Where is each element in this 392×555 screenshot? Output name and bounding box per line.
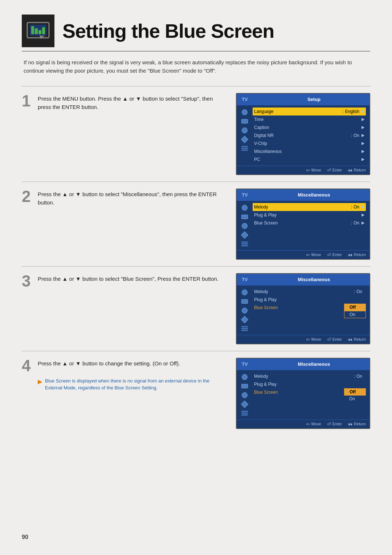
tv-label: TV xyxy=(237,189,258,201)
tv-sidebar-icon-0 xyxy=(240,373,249,381)
tv-footer-item-0: ⇦Move xyxy=(306,252,321,258)
step-right-1: TVSetupLanguage:English▶Time▶Caption▶Dig… xyxy=(236,93,370,175)
step-left-4: 4Press the ▲ or ▼ button to change the s… xyxy=(22,358,225,392)
svg-rect-2 xyxy=(31,26,34,34)
tv-footer-icon-enter: ⏎ xyxy=(327,252,331,258)
tv-menu-label: Plug & Play xyxy=(254,297,364,302)
tv-menu-value: English xyxy=(345,109,359,114)
tv-sidebar-icon-0 xyxy=(240,288,249,296)
step-row-4: 4Press the ▲ or ▼ button to change the s… xyxy=(22,351,370,436)
steps-container: 1Press the MENU button. Press the ▲ or ▼… xyxy=(22,86,370,436)
tv-menu-label: Time xyxy=(254,117,362,122)
tv-sidebar-icon-1 xyxy=(240,117,249,125)
tv-dropdown-item-1: On xyxy=(344,311,366,318)
header-icon: ☛ xyxy=(22,15,54,47)
tv-menu-label: V-Chip xyxy=(254,141,362,146)
tv-sidebar-icon-1 xyxy=(240,213,249,221)
tv-sidebar-icon-4 xyxy=(240,240,249,248)
tv-sidebar-icon-3 xyxy=(240,231,249,239)
tv-menu-label: PC xyxy=(254,157,362,162)
tv-menu-label: Caption xyxy=(254,125,362,130)
tv-screen-title: Miscellaneous xyxy=(258,358,369,370)
tv-screen-title: Setup xyxy=(258,94,369,105)
tv-footer-label: Return xyxy=(354,168,366,172)
tv-menu-value: On xyxy=(356,289,362,294)
tv-footer-item-0: ⇦Move xyxy=(306,421,321,427)
step-note-4: ▶Blue Screen is displayed when there is … xyxy=(38,377,225,392)
step-left-1: 1Press the MENU button. Press the ▲ or ▼… xyxy=(22,93,225,112)
tv-footer-item-2: ⏮Return xyxy=(348,167,366,173)
tv-screen-title: Miscellaneous xyxy=(258,189,369,201)
tv-sidebar-icon-4 xyxy=(240,325,249,333)
tv-footer-icon-move: ⇦ xyxy=(306,167,310,173)
tv-menu-value: On xyxy=(354,204,359,210)
tv-menu-label: Blue Screen xyxy=(254,220,350,226)
step-left-3: 3Press the ▲ or ▼ button to select "Blue… xyxy=(22,273,225,289)
tv-sidebar-icon-2 xyxy=(240,222,249,230)
tv-footer-icon-enter: ⏎ xyxy=(327,167,331,173)
tv-label: TV xyxy=(237,94,258,105)
svg-rect-3 xyxy=(35,28,38,34)
tv-screen-2: TVMiscellaneousMelody:On▶Plug & Play▶Blu… xyxy=(236,189,370,260)
step-right-3: TVMiscellaneousMelody:OnPlug & PlayBlue … xyxy=(236,273,370,344)
tv-menu-item-1: Plug & Play▶ xyxy=(253,211,366,219)
tv-menu-label: Plug & Play xyxy=(254,212,362,218)
tv-footer-label: Return xyxy=(354,337,366,341)
tv-menu-arrow-icon: ▶ xyxy=(362,141,364,146)
tv-footer-item-0: ⇦Move xyxy=(306,337,321,342)
tv-sidebar-icon-2 xyxy=(240,307,249,315)
tv-dropdown: OffOn xyxy=(344,304,366,318)
step-text-3: Press the ▲ or ▼ button to select "Blue … xyxy=(38,273,219,283)
tv-footer-icon-return: ⏮ xyxy=(348,252,352,258)
step-right-4: TVMiscellaneousMelody:OnPlug & PlayBlue … xyxy=(236,358,370,429)
tv-menu-label: Melody xyxy=(254,204,350,210)
tv-footer-item-2: ⏮Return xyxy=(348,252,366,258)
tv-footer-item-1: ⏎Enter xyxy=(327,337,342,342)
tv-screen-title: Miscellaneous xyxy=(258,274,369,285)
tv-footer: ⇦Move⏎Enter⏮Return xyxy=(237,250,369,259)
page-header: ☛ Setting the Blue Screen xyxy=(22,15,370,52)
tv-menu-arrow-icon: ▶ xyxy=(362,212,364,217)
step-right-2: TVMiscellaneousMelody:On▶Plug & Play▶Blu… xyxy=(236,189,370,260)
tv-menu-label: Melody xyxy=(254,289,352,294)
tv-footer-label: Return xyxy=(354,252,366,257)
tv-sidebar-icon-3 xyxy=(240,135,249,143)
step-left-2: 2Press the ▲ or ▼ button to select "Misc… xyxy=(22,189,225,207)
tv-footer: ⇦Move⏎Enter⏮Return xyxy=(237,335,369,344)
tv-sidebar-icon-3 xyxy=(240,316,249,324)
tv-menu-arrow-icon: ▶ xyxy=(362,133,364,138)
tv-screen-4: TVMiscellaneousMelody:OnPlug & PlayBlue … xyxy=(236,358,370,429)
tv-footer-label: Enter xyxy=(332,337,342,341)
step-row-1: 1Press the MENU button. Press the ▲ or ▼… xyxy=(22,86,370,182)
tv-menu-item-6: PC▶ xyxy=(253,155,366,163)
tv-dropdown: OffOn xyxy=(344,388,366,402)
step-number-4: 4 xyxy=(22,358,33,374)
tv-dropdown-item-0: Off xyxy=(344,388,366,396)
tv-menu-arrow-icon: ▶ xyxy=(362,117,364,122)
tv-footer-icon-move: ⇦ xyxy=(306,337,310,342)
step-row-2: 2Press the ▲ or ▼ button to select "Misc… xyxy=(22,182,370,266)
tv-menu-item-1: Time▶ xyxy=(253,116,366,123)
tv-dropdown-item-0: Off xyxy=(344,304,366,311)
tv-footer-item-0: ⇦Move xyxy=(306,167,321,173)
tv-menu-arrow-icon: ▶ xyxy=(362,157,364,162)
tv-menu-item-1: Plug & Play xyxy=(253,380,366,388)
step-text-2: Press the ▲ or ▼ button to select "Misce… xyxy=(38,189,225,207)
tv-menu-arrow-icon: ▶ xyxy=(362,149,364,154)
tv-menu-value: On xyxy=(354,220,359,226)
tv-screen-1: TVSetupLanguage:English▶Time▶Caption▶Dig… xyxy=(236,93,370,175)
tv-menu-item-2: Caption▶ xyxy=(253,123,366,131)
step-row-3: 3Press the ▲ or ▼ button to select "Blue… xyxy=(22,266,370,351)
tv-footer-label: Enter xyxy=(332,422,342,426)
tv-menu-arrow-icon: ▶ xyxy=(362,109,364,114)
tv-menu-item-0: Melody:On xyxy=(253,288,366,296)
step-number-2: 2 xyxy=(22,189,33,204)
tv-footer-icon-move: ⇦ xyxy=(306,252,310,258)
tv-menu-label: Plug & Play xyxy=(254,382,364,387)
tv-menu-label: Melody xyxy=(254,374,352,379)
step-number-3: 3 xyxy=(22,273,33,289)
tv-sidebar-icon-4 xyxy=(240,409,249,417)
tv-menu-item-4: V-Chip▶ xyxy=(253,139,366,147)
tv-menu-value: On xyxy=(354,133,359,138)
tv-footer-label: Enter xyxy=(332,252,342,257)
